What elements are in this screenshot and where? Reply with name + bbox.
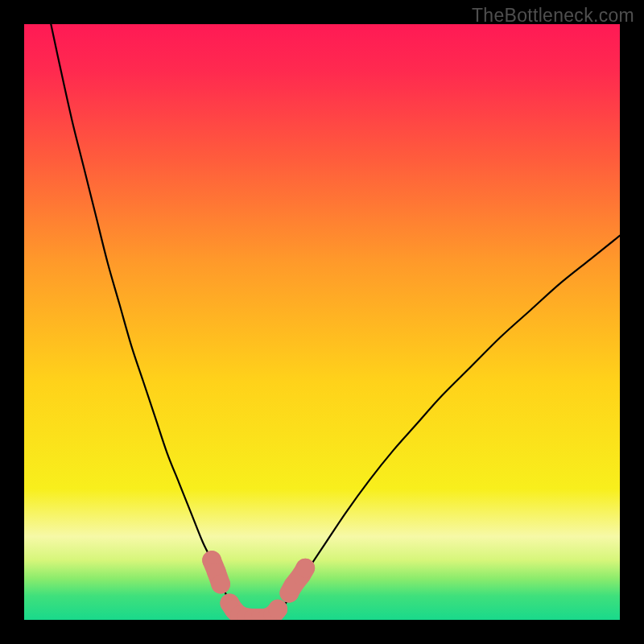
- marker-dot: [268, 600, 287, 619]
- marker-dot: [295, 559, 315, 578]
- plot-area: [24, 24, 620, 620]
- chart-frame: TheBottleneck.com: [0, 0, 644, 644]
- bottleneck-chart: [24, 24, 620, 620]
- gradient-background: [24, 24, 620, 620]
- marker-dot: [211, 575, 230, 594]
- watermark-text: TheBottleneck.com: [472, 5, 634, 27]
